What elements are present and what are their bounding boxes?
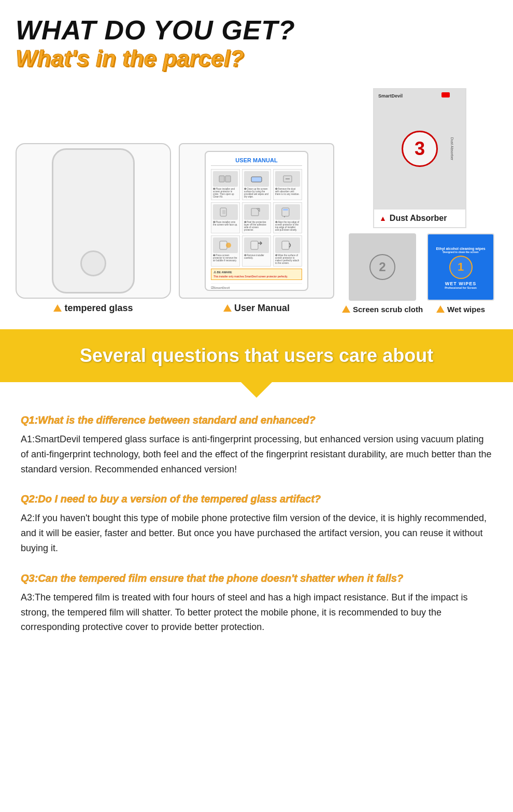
manual-step-9: ❾ Wipe the surface of screen protector t… [273,235,302,267]
step8-img [244,237,269,253]
screen-scrub-item: 2 Screen scrub cloth [342,233,423,314]
step5-text: ❺ Peel the protective layer off the adhe… [244,221,269,231]
dust-absorber-logo: SmartDevil [378,93,403,99]
product-grid: tempered glass USER MANUAL ❶ Place insta… [0,78,513,319]
tempered-glass-image [16,143,171,299]
yellow-banner: Several questions that users care about [0,329,513,382]
svg-point-13 [226,243,231,248]
dust-absorber-top: SmartDevil 3 Dust Absorber [374,89,465,209]
svg-rect-12 [220,241,227,249]
manual-title: USER MANUAL [211,157,302,166]
q3-question: Q3:Can the tempered film ensure that the… [21,571,492,585]
bottom-items: 2 Screen scrub cloth Ethyl alcohol clean… [342,233,497,314]
dust-absorber-bottom: ▲ Dust Absorber [374,209,465,227]
wet-wipes-sub: Professional for Screen [445,286,477,289]
manual-step-5: ❺ Peel the protective layer off the adhe… [242,202,271,233]
step7-img [213,237,238,253]
red-flag [441,92,450,97]
manual-step-1: ❶ Place installer and screen protector i… [211,169,240,200]
wet-wipes-inner: Ethyl alcohol cleaning wipes Designed to… [428,234,493,300]
wet-wipes-text: WET WIPES [445,281,477,286]
qa-item-2: Q2:Do I need to buy a version of the tem… [21,492,492,555]
q3-answer: A3:The tempered film is treated with fou… [21,590,492,635]
q1-answer: A1:SmartDevil tempered glass surface is … [21,432,492,477]
triangle-icon [53,304,62,312]
svg-rect-14 [251,241,258,249]
phone-home-button [80,250,106,276]
tempered-glass-label: tempered glass [53,303,133,314]
triangle-icon-3 [342,305,350,313]
product-item-user-manual: USER MANUAL ❶ Place installer and screen… [179,143,334,314]
banner-title: Several questions that users care about [21,345,492,367]
step4-text: ❹ Place installer onto the screen with f… [213,221,238,226]
wet-wipes-num: 1 [449,256,473,279]
user-manual-label: User Manual [223,303,290,314]
step2-text: ❷ Clean up the screen surface by using t… [244,188,269,198]
manual-step-3: ❸ Remove the dust with absorber until th… [273,169,302,200]
qa-section: Q1:What is the difference between standa… [0,398,513,671]
step6-img [275,204,300,220]
q2-question: Q2:Do I need to buy a version of the tem… [21,492,492,506]
dust-absorber-num: 3 [402,131,438,167]
manual-footer: ☑SmartDevil Nanmoron Technology LimitedF… [211,283,302,291]
wet-wipes-image: Ethyl alcohol cleaning wipes Designed to… [427,233,494,301]
triangle-icon-2 [223,304,232,312]
manual-step-4: ❹ Place installer onto the screen with f… [211,202,240,233]
banner-arrow [241,382,272,398]
dust-absorber-label-text: Dust Absorber [390,214,447,223]
svg-rect-0 [219,176,224,182]
step2-img [244,171,269,187]
product-item-tempered-glass: tempered glass [16,143,171,314]
wet-wipes-sub-text: Designed to clean the screen [443,250,478,254]
product-item-dust-absorber: SmartDevil 3 Dust Absorber ▲ Dust Absorb… [342,88,497,314]
svg-rect-6 [222,210,225,214]
be-aware-box: ⚠ BE AWARE This installer only matches S… [211,269,302,280]
sub-title: What's in the parcel? [16,45,497,73]
manual-step-2: ❷ Clean up the screen surface by using t… [242,169,271,200]
manual-step-6: ❻ Align the top edge of screen protector… [273,202,302,233]
phone-mock [52,148,135,293]
svg-rect-1 [225,176,231,182]
step1-text: ❶ Place installer and screen protector i… [213,188,238,198]
wet-wipes-top-text: Ethyl alcohol cleaning wipes [434,245,487,250]
svg-rect-10 [283,209,288,211]
triangle-icon-4 [436,305,445,313]
scrub-num: 2 [369,254,395,280]
step1-img [213,171,238,187]
qa-item-3: Q3:Can the tempered film ensure that the… [21,571,492,635]
q2-answer: A2:If you haven't bought this type of mo… [21,511,492,555]
user-manual-image: USER MANUAL ❶ Place installer and screen… [179,143,334,299]
manual-company: Nanmoron Technology LimitedFloor 5 & 6, … [211,289,302,291]
step6-text: ❻ Align the top edge of screen protector… [275,221,300,231]
manual-steps-grid: ❶ Place installer and screen protector i… [211,169,302,267]
wet-wipes-label: Wet wipes [436,305,485,314]
step3-img [275,171,300,187]
step5-img [244,204,269,220]
dust-absorber-image: SmartDevil 3 Dust Absorber ▲ Dust Absorb… [373,88,466,228]
qa-item-1: Q1:What is the difference between standa… [21,413,492,477]
q1-question: Q1:What is the difference between standa… [21,413,492,427]
manual-step-7: ❼ Press screen protector to remove the a… [211,235,240,267]
manual-mock: USER MANUAL ❶ Place installer and screen… [205,151,308,291]
be-aware-text: This installer only matches SmartDevil s… [213,275,300,278]
scrub-cloth-label: Screen scrub cloth [342,305,423,314]
step3-text: ❸ Remove the dust with absorber until th… [275,188,300,195]
step9-text: ❾ Wipe the surface of screen protector t… [275,254,300,264]
step9-img [275,237,300,253]
manual-step-8: ❽ Remove installer carefully. [242,235,271,267]
step8-text: ❽ Remove installer carefully. [244,254,269,259]
wet-wipes-item: Ethyl alcohol cleaning wipes Designed to… [427,233,494,314]
manual-brand: ☑SmartDevil [211,286,302,289]
step4-img [213,204,238,220]
header-section: WHAT DO YOU GET? What's in the parcel? [0,0,513,78]
dust-absorber-side-text: Dust Absorber [450,137,453,160]
svg-rect-16 [282,241,289,249]
step7-text: ❼ Press screen protector to remove the a… [213,254,238,262]
red-triangle-icon: ▲ [379,214,387,222]
svg-rect-2 [251,177,262,182]
main-title: WHAT DO YOU GET? [16,16,497,45]
scrub-cloth-image: 2 [349,233,416,301]
